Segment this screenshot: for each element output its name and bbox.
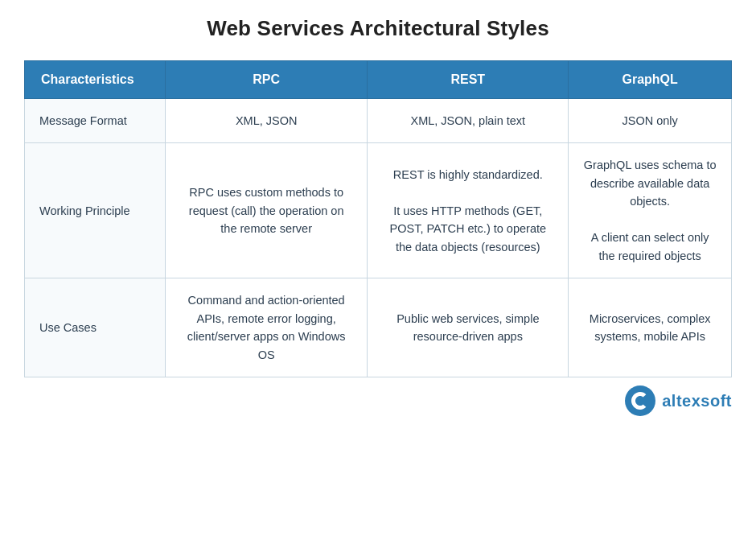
cell-rest: Public web services, simple resource-dri… bbox=[368, 278, 569, 377]
cell-characteristic: Message Format bbox=[25, 99, 166, 143]
cell-characteristic: Working Principle bbox=[25, 143, 166, 278]
comparison-table: Characteristics RPC REST GraphQL Message… bbox=[24, 60, 732, 377]
table-row: Use CasesCommand and action-oriented API… bbox=[25, 278, 732, 377]
cell-graphql: Microservices, complex systems, mobile A… bbox=[569, 278, 732, 377]
logo-text: altexsoft bbox=[662, 392, 732, 410]
cell-rest: XML, JSON, plain text bbox=[368, 99, 569, 143]
header-characteristics: Characteristics bbox=[25, 61, 166, 99]
cell-rpc: RPC uses custom methods to request (call… bbox=[166, 143, 368, 278]
table-row: Working PrincipleRPC uses custom methods… bbox=[25, 143, 732, 278]
cell-characteristic: Use Cases bbox=[25, 278, 166, 377]
svg-point-0 bbox=[625, 386, 655, 416]
header-rest: REST bbox=[368, 61, 569, 99]
header-rpc: RPC bbox=[166, 61, 368, 99]
page-container: Web Services Architectural Styles Charac… bbox=[24, 16, 732, 416]
cell-rpc: XML, JSON bbox=[166, 99, 368, 143]
cell-rest: REST is highly standardized.It uses HTTP… bbox=[368, 143, 569, 278]
cell-graphql: JSON only bbox=[569, 99, 732, 143]
altexsoft-logo-icon bbox=[625, 386, 655, 416]
table-row: Message FormatXML, JSONXML, JSON, plain … bbox=[25, 99, 732, 143]
logo-row: altexsoft bbox=[24, 386, 732, 416]
cell-rpc: Command and action-oriented APIs, remote… bbox=[166, 278, 368, 377]
header-graphql: GraphQL bbox=[569, 61, 732, 99]
page-title: Web Services Architectural Styles bbox=[24, 16, 732, 41]
cell-graphql: GraphQL uses schema to describe availabl… bbox=[569, 143, 732, 278]
